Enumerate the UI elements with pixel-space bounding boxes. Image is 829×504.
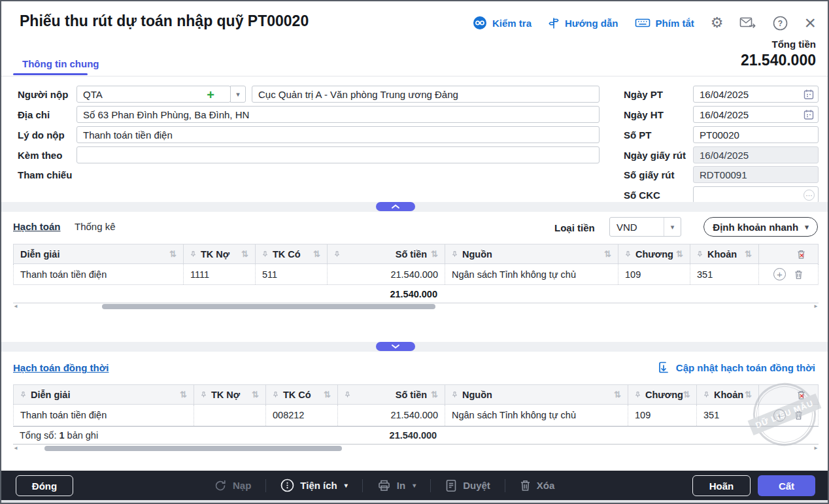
delete-button[interactable]: Xóa <box>520 479 555 492</box>
sort-icon[interactable]: ⇅ <box>431 390 438 399</box>
simultaneous-hscrollbar[interactable]: ◄ ► <box>13 445 819 452</box>
payer-dropdown-button[interactable]: ▾ <box>230 86 246 103</box>
scroll-left-icon[interactable]: ◄ <box>13 304 18 309</box>
sort-icon[interactable]: ⇅ <box>324 390 331 399</box>
scroll-right-icon[interactable]: ► <box>813 446 819 451</box>
pin-icon[interactable] <box>452 250 458 258</box>
mail-send-icon[interactable] <box>739 16 756 30</box>
postpone-button[interactable]: Hoãn <box>692 475 751 496</box>
col-khoan[interactable]: Khoản ⇅ <box>696 385 758 404</box>
collapse-button[interactable] <box>376 202 415 211</box>
add-row-icon[interactable]: + <box>773 409 786 422</box>
col-tk-co[interactable]: TK Có ⇅ <box>255 244 327 263</box>
col-dien-giai[interactable]: Diễn giải ⇅ <box>14 385 194 404</box>
help-icon[interactable]: ? <box>773 16 788 31</box>
sort-icon[interactable]: ⇅ <box>252 390 259 399</box>
pin-icon[interactable] <box>625 250 631 258</box>
pin-icon[interactable] <box>697 250 703 258</box>
sort-icon[interactable]: ⇅ <box>683 390 690 399</box>
pin-icon[interactable] <box>190 250 196 258</box>
col-chuong[interactable]: Chương ⇅ <box>618 244 690 263</box>
payer-name-input[interactable]: Cục Quản trị A - Văn phòng Trung ương Đả… <box>252 86 600 103</box>
simultaneous-row[interactable]: Thanh toán tiền điện 008212 21.540.000 N… <box>13 405 819 426</box>
col-so-tien[interactable]: Số tiền ⇅ <box>337 385 445 404</box>
payer-code-input[interactable]: QTA + <box>76 86 231 103</box>
col-tk-no[interactable]: TK Nợ ⇅ <box>183 244 255 263</box>
no-ckc-input[interactable]: … <box>693 186 819 203</box>
sort-icon[interactable]: ⇅ <box>745 390 752 399</box>
col-dien-giai[interactable]: Diễn giải ⇅ <box>14 244 183 263</box>
col-tk-co[interactable]: TK Có ⇅ <box>265 385 337 404</box>
pin-icon[interactable] <box>262 250 268 258</box>
shortcut-link[interactable]: Phím tắt <box>635 17 694 29</box>
add-payer-icon[interactable]: + <box>207 87 214 103</box>
address-input[interactable]: Số 63 Phan Đình Phùng, Ba Đình, HN <box>76 106 600 123</box>
print-button[interactable]: In ▾ <box>377 479 416 492</box>
pin-icon[interactable] <box>20 391 26 398</box>
delete-all-rows-icon[interactable]: ✕ <box>796 249 806 260</box>
pin-icon[interactable] <box>452 391 458 398</box>
scroll-left-icon[interactable]: ◄ <box>13 446 18 451</box>
pin-icon[interactable] <box>635 391 641 398</box>
gear-icon[interactable]: ⚙ <box>711 16 724 30</box>
expand-button[interactable] <box>376 342 415 351</box>
pin-icon[interactable] <box>345 391 350 398</box>
currency-select[interactable]: VND ▾ <box>609 217 681 237</box>
calendar-icon[interactable] <box>804 109 814 122</box>
pin-icon[interactable] <box>334 250 340 258</box>
sort-icon[interactable]: ⇅ <box>313 249 320 259</box>
load-button[interactable]: Nạp <box>214 479 251 492</box>
sort-icon[interactable]: ⇅ <box>431 249 438 259</box>
simultaneous-title-link[interactable]: Hạch toán đồng thời <box>13 362 109 373</box>
tab-hach-toan[interactable]: Hạch toán <box>13 221 61 232</box>
close-icon[interactable]: × <box>804 15 816 31</box>
sort-icon[interactable]: ⇅ <box>241 249 248 259</box>
col-chuong[interactable]: Chương ⇅ <box>628 385 696 404</box>
date-ht-input[interactable]: 16/04/2025 <box>693 106 819 123</box>
sort-icon[interactable]: ⇅ <box>169 249 177 259</box>
cell-amount: 21.540.000 <box>390 269 438 280</box>
lookup-ellipsis-icon[interactable]: … <box>804 190 815 201</box>
sort-icon[interactable]: ⇅ <box>604 249 611 259</box>
sort-icon[interactable]: ⇅ <box>676 249 683 259</box>
update-simultaneous-link[interactable]: Cập nhật hạch toán đồng thời <box>658 361 815 374</box>
save-button[interactable]: Cất <box>758 475 815 496</box>
pin-icon[interactable] <box>273 391 279 398</box>
guide-link[interactable]: Hướng dẫn <box>548 17 618 29</box>
col-tk-no[interactable]: TK Nợ ⇅ <box>194 385 265 404</box>
col-so-tien[interactable]: Số tiền ⇅ <box>327 244 445 263</box>
accounting-row[interactable]: Thanh toán tiền điện 1111 511 21.540.000… <box>13 264 819 285</box>
approve-button[interactable]: Duyệt <box>445 479 490 492</box>
no-pt-input[interactable]: PT00020 <box>693 126 819 143</box>
col-nguon[interactable]: Nguồn ⇅ <box>445 244 618 263</box>
sort-icon[interactable]: ⇅ <box>745 249 752 259</box>
pin-icon[interactable] <box>201 391 207 398</box>
date-pt-input[interactable]: 16/04/2025 <box>693 86 819 103</box>
check-link-label: Kiểm tra <box>492 18 532 29</box>
simultaneous-table: Diễn giải ⇅ TK Nợ ⇅ TK Có ⇅ Số tiền ⇅ Ng… <box>13 384 819 445</box>
sort-icon[interactable]: ⇅ <box>614 390 621 399</box>
attach-input[interactable] <box>76 146 600 163</box>
scroll-right-icon[interactable]: ► <box>813 304 819 309</box>
col-nguon[interactable]: Nguồn ⇅ <box>445 385 628 404</box>
tab-thong-tin-chung[interactable]: Thông tin chung <box>22 58 99 69</box>
calendar-icon[interactable] <box>804 89 814 102</box>
scrollbar-thumb[interactable] <box>102 304 435 309</box>
tab-thong-ke[interactable]: Thống kê <box>75 221 116 232</box>
pin-icon[interactable] <box>703 391 709 398</box>
accounting-hscrollbar[interactable]: ◄ ► <box>13 303 819 310</box>
scrollbar-thumb[interactable] <box>44 446 342 451</box>
close-button[interactable]: Đóng <box>16 475 73 496</box>
col-khoan[interactable]: Khoản ⇅ <box>690 244 758 263</box>
delete-all-rows-icon[interactable]: ✕ <box>796 390 806 400</box>
quick-entry-button[interactable]: Định khoản nhanh ▾ <box>703 217 818 237</box>
add-row-icon[interactable]: + <box>773 268 786 280</box>
sort-icon[interactable]: ⇅ <box>180 390 187 399</box>
no-pt-value: PT00020 <box>700 129 739 141</box>
reason-input[interactable]: Thanh toán tiền điện <box>76 126 600 143</box>
date-rut-input: 16/04/2025 <box>693 146 819 163</box>
delete-row-icon[interactable] <box>794 410 804 420</box>
check-link[interactable]: Kiểm tra <box>473 16 532 30</box>
utilities-button[interactable]: Tiện ích ▾ <box>280 479 347 492</box>
delete-row-icon[interactable] <box>794 269 804 280</box>
